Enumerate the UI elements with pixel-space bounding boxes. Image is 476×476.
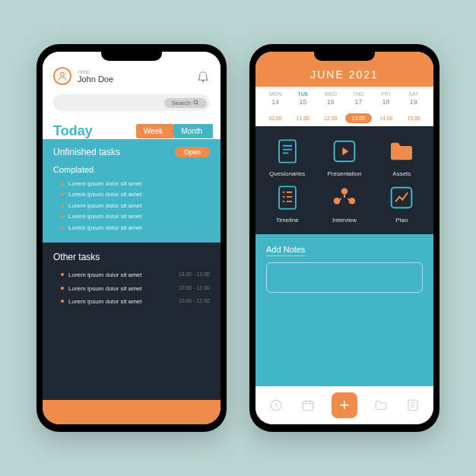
notes-input[interactable] [266, 262, 423, 293]
category-label: Assets [392, 170, 411, 177]
people-icon [330, 183, 359, 212]
daynum[interactable]: 16 [317, 98, 344, 106]
nav-notes-icon[interactable] [405, 397, 421, 414]
user-block[interactable]: Hello John Doe [53, 67, 113, 85]
svg-point-6 [341, 188, 348, 195]
tasks-panel: Unfinished tasks Open Complated Lorem ip… [43, 139, 221, 243]
nav-add-button[interactable]: + [332, 392, 357, 418]
daynum[interactable]: 15 [289, 98, 316, 106]
avatar[interactable] [53, 67, 71, 85]
category-label: Interview [332, 217, 357, 224]
task-text: Lorem ipsum dolor sit amet [68, 268, 141, 282]
svg-point-2 [194, 100, 198, 104]
category-label: Presentation [328, 170, 362, 177]
list-icon [273, 183, 302, 212]
svg-point-0 [61, 72, 65, 76]
category-interview[interactable]: Interview [319, 183, 370, 224]
chart-icon [387, 183, 416, 212]
time-row: 10.00 11.00 12.00 13.00 14.00 15.00 [260, 110, 429, 126]
completed-label: Complated [53, 165, 210, 174]
svg-point-1 [202, 81, 204, 82]
tab-today[interactable]: Today [53, 123, 133, 139]
task-item[interactable]: Lorem ipsum dolor sit amet [61, 223, 210, 233]
screen-left: Hello John Doe Search Today Week Month U… [43, 52, 221, 424]
bottom-nav: + [255, 386, 433, 424]
other-tasks-label: Other tasks [53, 252, 210, 262]
view-tabs: Today Week Month [43, 119, 221, 139]
daynum[interactable]: 18 [372, 98, 399, 106]
task-time: 10.00 - 12.00 [179, 282, 210, 296]
tab-week[interactable]: Week [136, 124, 173, 138]
task-item[interactable]: Lorem ipsum dolor sit amet [61, 211, 210, 222]
weekday[interactable]: THU [344, 91, 372, 97]
open-button[interactable]: Open [175, 147, 210, 157]
daynum[interactable]: 17 [344, 98, 372, 106]
daynum[interactable]: 19 [400, 98, 427, 106]
other-task-list: Lorem ipsum dolor sit amet10.00 - 12.00 … [53, 268, 210, 309]
search-input[interactable]: Search [53, 94, 210, 111]
category-label: Timeline [276, 217, 299, 224]
task-time: 10.00 - 12.00 [179, 295, 210, 309]
notes-panel: Add Notes [255, 234, 433, 386]
category-quesionaries[interactable]: Quesionaries [262, 137, 313, 177]
svg-rect-3 [279, 140, 296, 162]
search-button-label: Search [172, 100, 191, 106]
time-slot[interactable]: 12.00 [317, 113, 344, 123]
time-slot[interactable]: 14.00 [373, 113, 400, 123]
task-text: Lorem ipsum dolor sit amet [68, 295, 141, 309]
phone-left: Hello John Doe Search Today Week Month U… [36, 44, 227, 432]
notch [101, 50, 162, 61]
footer-bar [43, 400, 221, 424]
svg-rect-5 [279, 186, 296, 208]
notes-label: Add Notes [266, 245, 305, 256]
folder-icon [387, 137, 416, 166]
task-text: Lorem ipsum dolor sit amet [68, 282, 141, 296]
completed-task-list: Lorem ipsum dolor sit amet Lorem ipsum d… [53, 179, 210, 233]
svg-point-7 [334, 198, 341, 205]
weekday-row: MON TUE WED THU FRI SAT [255, 87, 433, 98]
svg-point-8 [349, 198, 356, 205]
play-icon [330, 137, 359, 166]
task-item[interactable]: Lorem ipsum dolor sit amet10.00 - 12.00 [61, 282, 210, 296]
time-slot[interactable]: 15.00 [401, 113, 428, 123]
search-button[interactable]: Search [164, 98, 207, 108]
category-presentation[interactable]: Presentation [319, 137, 370, 177]
daynum-row: 14 15 16 17 18 19 [255, 98, 433, 110]
unfinished-label: Unfinished tasks [53, 147, 120, 157]
time-slot[interactable]: 11.00 [290, 113, 317, 123]
task-item[interactable]: Lorem ipsum dolor sit amet10.00 - 12.00 [61, 295, 210, 309]
task-item[interactable]: Lorem ipsum dolor sit amet [61, 189, 210, 200]
category-label: Quesionaries [269, 170, 305, 177]
time-slot-active[interactable]: 13.00 [345, 113, 373, 123]
nav-dashboard-icon[interactable] [268, 397, 284, 414]
category-grid: Quesionaries Presentation Assets Timelin… [255, 126, 433, 234]
task-item[interactable]: Lorem ipsum dolor sit amet10.00 - 12.00 [61, 268, 210, 282]
tab-month[interactable]: Month [173, 124, 213, 138]
nav-calendar-icon[interactable] [300, 397, 316, 414]
svg-rect-11 [303, 401, 313, 411]
username-label: John Doe [78, 75, 113, 84]
time-slot[interactable]: 10.00 [262, 113, 289, 123]
task-item[interactable]: Lorem ipsum dolor sit amet [61, 201, 210, 211]
category-label: Plan [395, 217, 408, 224]
nav-folder-icon[interactable] [373, 397, 389, 414]
document-icon [273, 137, 302, 166]
category-assets[interactable]: Assets [376, 137, 427, 177]
other-tasks-panel: Other tasks Lorem ipsum dolor sit amet10… [43, 243, 221, 400]
weekday[interactable]: FRI [372, 91, 399, 97]
daynum[interactable]: 14 [262, 98, 289, 106]
notch [314, 50, 375, 61]
weekday-active[interactable]: TUE [289, 91, 316, 97]
task-item[interactable]: Lorem ipsum dolor sit amet [61, 179, 210, 189]
category-timeline[interactable]: Timeline [262, 183, 313, 224]
hello-label: Hello [78, 69, 113, 75]
weekday[interactable]: MON [262, 91, 289, 97]
bell-icon[interactable] [196, 69, 210, 83]
weekday[interactable]: WED [317, 91, 344, 97]
search-icon [193, 100, 199, 106]
screen-right: JUNE 2021 MON TUE WED THU FRI SAT 14 15 … [255, 52, 433, 424]
category-plan[interactable]: Plan [376, 183, 427, 224]
weekday[interactable]: SAT [400, 91, 427, 97]
task-time: 10.00 - 12.00 [179, 268, 210, 282]
phone-right: JUNE 2021 MON TUE WED THU FRI SAT 14 15 … [249, 44, 440, 432]
